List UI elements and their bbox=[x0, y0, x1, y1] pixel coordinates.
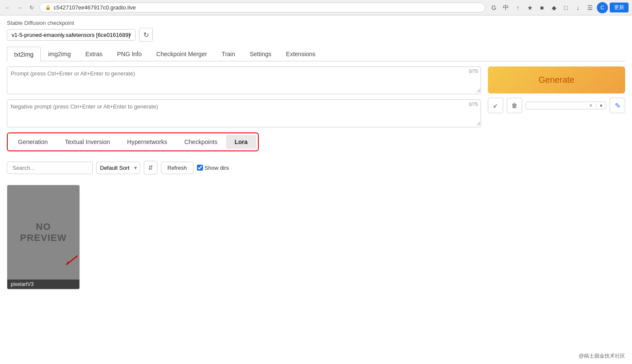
prompt-box: 0/75 bbox=[7, 66, 481, 94]
google-icon[interactable]: G bbox=[489, 3, 499, 13]
lora-toolbar: Default SortNameDateSize ▼ ⇵ Refresh Sho… bbox=[7, 161, 229, 174]
style-dropdown-arrow[interactable]: ▼ bbox=[596, 103, 606, 108]
browser-actions: G 中 ↑ ★ ■ ◆ □ ↓ ☰ C 更新 bbox=[489, 2, 629, 13]
url-text: c5427107ee467917c0.gradio.live bbox=[54, 4, 480, 11]
tab-extras[interactable]: Extras bbox=[78, 47, 110, 61]
tab-settings[interactable]: Settings bbox=[242, 47, 279, 61]
tab-png-info[interactable]: PNG Info bbox=[110, 47, 149, 61]
negative-prompt-box: 0/75 bbox=[7, 99, 481, 127]
checkpoint-row: v1-5-pruned-emaonly.safetensors [6ce0161… bbox=[7, 28, 625, 42]
lora-search-input[interactable] bbox=[7, 162, 93, 174]
checkpoint-dropdown-wrapper: v1-5-pruned-emaonly.safetensors [6ce0161… bbox=[7, 29, 136, 41]
no-preview-text: NOPREVIEW bbox=[20, 221, 67, 244]
share-icon[interactable]: ↑ bbox=[513, 3, 523, 13]
sub-tab-textual-inversion[interactable]: Textual Inversion bbox=[56, 135, 118, 149]
download-icon[interactable]: ↓ bbox=[573, 3, 583, 13]
generate-button[interactable]: Generate bbox=[488, 66, 625, 93]
sort-wrapper: Default SortNameDateSize ▼ bbox=[96, 162, 140, 174]
sub-tabs-and-toolbar: Generation Textual Inversion Hypernetwor… bbox=[7, 132, 481, 180]
left-panel: 0/75 0/75 Generation Textual Inversion H… bbox=[7, 66, 481, 289]
delete-button[interactable]: 🗑 bbox=[507, 98, 522, 113]
negative-prompt-textarea[interactable] bbox=[7, 100, 481, 126]
reload-button[interactable]: ↻ bbox=[27, 3, 36, 12]
back-button[interactable]: ← bbox=[3, 3, 12, 12]
extension-icon[interactable]: ■ bbox=[537, 3, 547, 13]
forward-button[interactable]: → bbox=[15, 3, 24, 12]
url-bar: 🔒 c5427107ee467917c0.gradio.live bbox=[39, 3, 485, 12]
style-dropdown: × ▼ bbox=[526, 102, 606, 109]
extension3-icon[interactable]: □ bbox=[561, 3, 571, 13]
lora-section: Generation Textual Inversion Hypernetwor… bbox=[7, 132, 481, 289]
show-dirs-checkbox[interactable] bbox=[197, 165, 203, 171]
refresh-lora-button[interactable]: Refresh bbox=[161, 162, 194, 174]
browser-chrome: ← → ↻ 🔒 c5427107ee467917c0.gradio.live G… bbox=[0, 0, 632, 15]
checkpoint-label: Stable Diffusion checkpoint bbox=[7, 20, 625, 26]
tab-train[interactable]: Train bbox=[215, 47, 242, 61]
action-btns-row: ↙ 🗑 × ▼ ✎ bbox=[488, 98, 625, 113]
sub-tab-lora[interactable]: Lora bbox=[226, 135, 256, 149]
show-dirs-label[interactable]: Show dirs bbox=[197, 165, 229, 171]
tab-extensions[interactable]: Extensions bbox=[279, 47, 323, 61]
style-clear-button[interactable]: × bbox=[586, 102, 596, 109]
sub-tabs-section: Generation Textual Inversion Hypernetwor… bbox=[7, 132, 259, 151]
translate-icon[interactable]: 中 bbox=[501, 3, 511, 13]
prompt-counter: 0/75 bbox=[469, 69, 478, 74]
sub-tab-hypernetworks[interactable]: Hypernetworks bbox=[118, 135, 175, 149]
arrow-hint-icon bbox=[62, 254, 79, 267]
content-area: 0/75 0/75 Generation Textual Inversion H… bbox=[7, 66, 625, 289]
lora-cards: NOPREVIEW pixelartV3 bbox=[7, 185, 481, 289]
browser-menu-icon[interactable]: ☰ bbox=[585, 3, 595, 13]
tab-txt2img[interactable]: txt2img bbox=[7, 47, 41, 61]
sub-tab-generation[interactable]: Generation bbox=[9, 135, 56, 149]
send-to-button[interactable]: ↙ bbox=[488, 98, 503, 113]
lora-sort-select[interactable]: Default SortNameDateSize bbox=[96, 162, 140, 174]
extension2-icon[interactable]: ◆ bbox=[549, 3, 559, 13]
sub-tab-checkpoints[interactable]: Checkpoints bbox=[176, 135, 226, 149]
main-tabs: txt2img img2img Extras PNG Info Checkpoi… bbox=[7, 47, 625, 61]
lora-card-name: pixelartV3 bbox=[7, 280, 79, 289]
bookmark-icon[interactable]: ★ bbox=[525, 3, 535, 13]
list-item[interactable]: NOPREVIEW pixelartV3 bbox=[7, 185, 80, 289]
tab-checkpoint-merger[interactable]: Checkpoint Merger bbox=[149, 47, 214, 61]
negative-prompt-counter: 0/75 bbox=[469, 102, 478, 107]
lora-card-image: NOPREVIEW bbox=[7, 185, 79, 280]
user-avatar[interactable]: C bbox=[597, 2, 608, 13]
lock-icon: 🔒 bbox=[45, 5, 51, 10]
prompt-textarea[interactable] bbox=[7, 67, 481, 93]
checkpoint-select[interactable]: v1-5-pruned-emaonly.safetensors [6ce0161… bbox=[7, 29, 136, 41]
app-container: Stable Diffusion checkpoint v1-5-pruned-… bbox=[0, 15, 632, 294]
edit-style-button[interactable]: ✎ bbox=[610, 98, 625, 113]
right-panel: Generate ↙ 🗑 × ▼ ✎ bbox=[488, 66, 625, 289]
checkpoint-section: Stable Diffusion checkpoint v1-5-pruned-… bbox=[7, 20, 625, 42]
update-button[interactable]: 更新 bbox=[610, 3, 629, 12]
show-dirs-text: Show dirs bbox=[205, 165, 229, 171]
sort-direction-button[interactable]: ⇵ bbox=[144, 161, 157, 174]
tab-img2img[interactable]: img2img bbox=[41, 47, 78, 61]
refresh-checkpoint-button[interactable]: ↻ bbox=[139, 28, 153, 42]
style-dropdown-value[interactable] bbox=[526, 103, 586, 108]
